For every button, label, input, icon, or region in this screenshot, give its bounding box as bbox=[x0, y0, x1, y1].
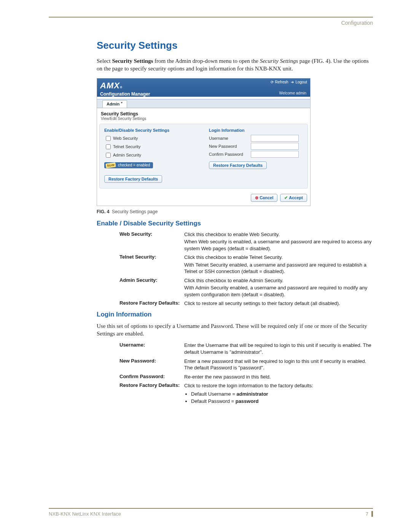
row-label: New Password: bbox=[119, 358, 184, 371]
web-security-checkbox[interactable] bbox=[106, 136, 111, 141]
tab-bar: Admin ˅ bbox=[97, 99, 310, 108]
intro-italic: Security Settings bbox=[260, 58, 298, 64]
enable-disable-table: Web Security:Click this checkbox to enab… bbox=[119, 231, 373, 307]
row-label: Web Security: bbox=[119, 231, 184, 252]
row-label: Telnet Security: bbox=[119, 254, 184, 275]
login-info-heading: Login Information bbox=[209, 128, 303, 133]
figure-caption-text: Security Settings page bbox=[112, 209, 158, 214]
logout-link[interactable]: Logout bbox=[295, 80, 307, 84]
admin-security-checkbox[interactable] bbox=[106, 153, 111, 158]
panel-title: Security Settings bbox=[101, 111, 306, 117]
intro-paragraph: Select Security Settings from the Admin … bbox=[97, 57, 373, 73]
admin-security-label: Admin Security bbox=[113, 153, 141, 157]
accept-button[interactable]: ✔Accept bbox=[280, 194, 307, 202]
username-input[interactable] bbox=[251, 135, 299, 142]
cancel-icon: ⊗ bbox=[255, 195, 258, 200]
app-header: ⟳Refresh ➜Logout AMX® Configuration Mana… bbox=[97, 78, 310, 97]
dialog-footer: ⊗Cancel ✔Accept bbox=[97, 191, 310, 206]
figure-caption: FIG. 4 Security Settings page bbox=[97, 209, 373, 214]
intro-pre: Select bbox=[97, 58, 112, 64]
refresh-icon[interactable]: ⟳ bbox=[271, 80, 274, 84]
tab-admin[interactable]: Admin ˅ bbox=[102, 100, 127, 108]
accept-icon: ✔ bbox=[284, 195, 288, 200]
row-label: Restore Factory Defaults: bbox=[119, 382, 184, 406]
note-badge: Note checked = enabled bbox=[104, 162, 153, 168]
logout-icon[interactable]: ➜ bbox=[291, 80, 294, 84]
new-password-label: New Password bbox=[209, 144, 251, 149]
username-label: Username bbox=[209, 136, 251, 141]
panel-heading: Security Settings View/Edit Security Set… bbox=[97, 108, 310, 122]
restore-defaults-button-left[interactable]: Restore Factory Defaults bbox=[104, 175, 162, 183]
enable-disable-heading: Enable/Disable Security Settings bbox=[104, 128, 198, 133]
default-password-bullet: Default Password = password bbox=[191, 398, 373, 405]
row-label: Admin Security: bbox=[119, 277, 184, 298]
row-label: Confirm Password: bbox=[119, 374, 184, 380]
note-text: checked = enabled bbox=[118, 163, 150, 167]
row-label: Restore Factory Defaults: bbox=[119, 300, 184, 307]
footer-page-number: 7 bbox=[366, 511, 373, 517]
row-value: Click this checkbox to enable Telnet Sec… bbox=[184, 254, 373, 275]
app-subtitle: Configuration Manager bbox=[100, 91, 307, 97]
restore-defaults-button-right[interactable]: Restore Factory Defaults bbox=[209, 161, 267, 169]
login-info-column: Login Information Username New Password … bbox=[209, 128, 303, 183]
page-footer: NXB-KNX NetLinx KNX Interface 7 bbox=[49, 508, 373, 517]
screenshot-panel: ⟳Refresh ➜Logout AMX® Configuration Mana… bbox=[97, 78, 311, 206]
telnet-security-checkbox[interactable] bbox=[106, 144, 111, 149]
panel-subtitle: View/Edit Security Settings bbox=[101, 117, 306, 121]
refresh-link[interactable]: Refresh bbox=[275, 80, 288, 84]
telnet-security-label: Telnet Security bbox=[113, 144, 140, 149]
web-security-label: Web Security bbox=[113, 136, 138, 141]
welcome-text: Welcome admin bbox=[279, 91, 306, 95]
header-rule bbox=[49, 17, 373, 18]
row-value: Enter a new password that will be requir… bbox=[184, 358, 373, 371]
intro-mid: from the Admin drop-down menu to open th… bbox=[153, 58, 260, 64]
page-title: Security Settings bbox=[97, 40, 373, 51]
header-section-label: Configuration bbox=[49, 20, 373, 26]
row-value: Click this checkbox to enable Web Securi… bbox=[184, 231, 373, 252]
subhead-enable-disable: Enable / Disable Security Settings bbox=[97, 220, 373, 227]
row-label: Username: bbox=[119, 342, 184, 355]
default-username-bullet: Default Username = administrator bbox=[191, 391, 373, 398]
footer-doc-title: NXB-KNX NetLinx KNX Interface bbox=[49, 511, 121, 517]
row-value: Click this checkbox to enable Admin Secu… bbox=[184, 277, 373, 298]
row-value: Click to restore all security settings t… bbox=[184, 300, 373, 307]
subhead-login-info: Login Information bbox=[97, 311, 373, 318]
enable-disable-column: Enable/Disable Security Settings Web Sec… bbox=[104, 128, 198, 183]
login-intro: Use this set of options to specify a Use… bbox=[97, 322, 373, 338]
cancel-button[interactable]: ⊗Cancel bbox=[251, 194, 277, 202]
new-password-input[interactable] bbox=[251, 143, 299, 150]
settings-panel: Enable/Disable Security Settings Web Sec… bbox=[99, 124, 308, 189]
confirm-password-label: Confirm Password bbox=[209, 152, 251, 157]
intro-bold: Security Settings bbox=[112, 58, 153, 64]
login-info-table: Username:Enter the Username that will be… bbox=[119, 342, 373, 405]
app-top-links: ⟳Refresh ➜Logout bbox=[269, 80, 307, 84]
row-value: Re-enter the new password in this field. bbox=[184, 374, 373, 380]
confirm-password-input[interactable] bbox=[251, 151, 299, 158]
row-value: Click to restore the login information t… bbox=[184, 382, 373, 406]
figure-number: FIG. 4 bbox=[97, 209, 109, 214]
note-tag: Note bbox=[105, 162, 116, 168]
row-value: Enter the Username that will be required… bbox=[184, 342, 373, 355]
